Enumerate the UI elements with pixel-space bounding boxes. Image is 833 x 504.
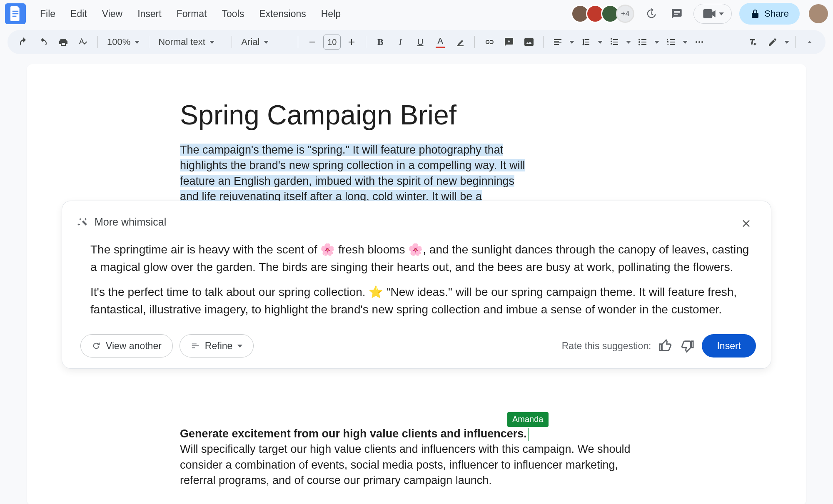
document-lower-section[interactable]: Amanda Generate excitement from our high… bbox=[180, 426, 655, 488]
meet-button[interactable] bbox=[693, 4, 732, 24]
chevron-down-icon bbox=[654, 41, 659, 44]
heading-text: Generate excitement from our high value … bbox=[180, 427, 527, 440]
menu-extensions[interactable]: Extensions bbox=[253, 5, 312, 23]
insert-label: Insert bbox=[717, 340, 741, 352]
menu-insert[interactable]: Insert bbox=[132, 5, 167, 23]
thumbs-down-button[interactable] bbox=[680, 339, 694, 353]
suggestion-paragraph: It's the perfect time to talk about our … bbox=[90, 283, 752, 318]
chevron-down-icon bbox=[784, 41, 789, 44]
chevron-down-icon bbox=[264, 41, 269, 44]
spellcheck-button[interactable] bbox=[75, 34, 92, 50]
font-value: Arial bbox=[241, 37, 259, 47]
close-button[interactable] bbox=[738, 214, 756, 233]
decrease-font-size[interactable] bbox=[304, 34, 321, 50]
refine-button[interactable]: Refine bbox=[180, 334, 254, 358]
style-value: Normal text bbox=[158, 37, 205, 47]
tune-icon bbox=[191, 341, 200, 350]
chevron-down-icon bbox=[719, 12, 724, 15]
suggestion-paragraph: The springtime air is heavy with the sce… bbox=[90, 241, 752, 276]
collapse-toolbar-button[interactable] bbox=[801, 34, 818, 50]
text-color-button[interactable]: A bbox=[432, 34, 449, 50]
svg-point-0 bbox=[696, 41, 697, 43]
align-button[interactable] bbox=[549, 34, 566, 50]
view-another-label: View another bbox=[106, 340, 162, 352]
menu-tools[interactable]: Tools bbox=[216, 5, 250, 23]
zoom-value: 100% bbox=[107, 37, 130, 47]
menu-format[interactable]: Format bbox=[171, 5, 213, 23]
insert-button[interactable]: Insert bbox=[702, 334, 756, 358]
chevron-down-icon bbox=[683, 41, 688, 44]
font-dropdown[interactable]: Arial bbox=[238, 34, 292, 50]
view-another-button[interactable]: View another bbox=[80, 334, 173, 358]
lock-icon bbox=[750, 9, 760, 19]
bold-button[interactable]: B bbox=[372, 34, 389, 50]
collaborator-tag: Amanda bbox=[507, 412, 549, 427]
increase-font-size[interactable] bbox=[343, 34, 360, 50]
document-title[interactable]: Spring Campaign Brief bbox=[72, 99, 761, 131]
menu-bar: File Edit View Insert Format Tools Exten… bbox=[0, 0, 833, 27]
document-canvas[interactable]: Spring Campaign Brief The campaign's the… bbox=[27, 64, 806, 504]
menu-edit[interactable]: Edit bbox=[65, 5, 93, 23]
chevron-down-icon bbox=[626, 41, 631, 44]
menu-help[interactable]: Help bbox=[315, 5, 347, 23]
undo-button[interactable] bbox=[15, 34, 32, 50]
chevron-down-icon bbox=[569, 41, 574, 44]
menu-file[interactable]: File bbox=[34, 5, 61, 23]
share-button[interactable]: Share bbox=[739, 3, 800, 25]
line-spacing-button[interactable] bbox=[578, 34, 594, 50]
avatar-more[interactable]: +4 bbox=[616, 5, 634, 23]
menu-view[interactable]: View bbox=[96, 5, 128, 23]
toolbar: 100% Normal text Arial B I U A bbox=[7, 30, 826, 54]
highlight-color-button[interactable] bbox=[452, 34, 469, 50]
document-body-text[interactable]: Will specifically target our high value … bbox=[180, 442, 655, 488]
collaborator-cursor bbox=[528, 428, 529, 441]
redo-button[interactable] bbox=[35, 34, 52, 50]
ai-suggestion-card: More whimsical The springtime air is hea… bbox=[62, 201, 771, 369]
checklist-button[interactable] bbox=[606, 34, 623, 50]
bulleted-list-button[interactable] bbox=[634, 34, 651, 50]
svg-point-2 bbox=[701, 41, 703, 43]
menu-items: File Edit View Insert Format Tools Exten… bbox=[34, 5, 347, 23]
rate-label: Rate this suggestion: bbox=[562, 340, 651, 352]
svg-point-1 bbox=[698, 41, 700, 43]
magic-wand-icon bbox=[77, 216, 88, 227]
chevron-down-icon bbox=[598, 41, 603, 44]
zoom-dropdown[interactable]: 100% bbox=[104, 34, 143, 50]
profile-avatar[interactable] bbox=[809, 4, 828, 23]
editing-mode-button[interactable] bbox=[764, 34, 781, 50]
numbered-list-button[interactable] bbox=[663, 34, 679, 50]
comments-icon[interactable] bbox=[668, 5, 686, 23]
refine-label: Refine bbox=[205, 340, 232, 352]
insert-link-button[interactable] bbox=[481, 34, 497, 50]
chevron-down-icon bbox=[209, 41, 214, 44]
chevron-down-icon bbox=[135, 41, 140, 44]
history-icon[interactable] bbox=[642, 5, 660, 23]
clear-formatting-button[interactable] bbox=[744, 34, 761, 50]
underline-button[interactable]: U bbox=[412, 34, 429, 50]
print-button[interactable] bbox=[55, 34, 72, 50]
more-tools-button[interactable] bbox=[691, 34, 708, 50]
suggestion-prompt-label: More whimsical bbox=[95, 216, 166, 228]
docs-app-icon[interactable] bbox=[5, 3, 26, 24]
document-heading[interactable]: Generate excitement from our high value … bbox=[180, 426, 655, 442]
add-comment-button[interactable] bbox=[501, 34, 517, 50]
italic-button[interactable]: I bbox=[392, 34, 409, 50]
thumbs-up-button[interactable] bbox=[658, 339, 673, 353]
collaborator-avatars[interactable]: +4 bbox=[574, 5, 634, 23]
chevron-down-icon bbox=[237, 345, 242, 348]
close-icon bbox=[741, 218, 752, 229]
refresh-icon bbox=[92, 341, 101, 350]
paragraph-style-dropdown[interactable]: Normal text bbox=[155, 34, 226, 50]
font-size-input[interactable] bbox=[323, 35, 341, 50]
suggestion-body: The springtime air is heavy with the sce… bbox=[77, 239, 756, 334]
share-label: Share bbox=[764, 8, 789, 19]
insert-image-button[interactable] bbox=[521, 34, 537, 50]
